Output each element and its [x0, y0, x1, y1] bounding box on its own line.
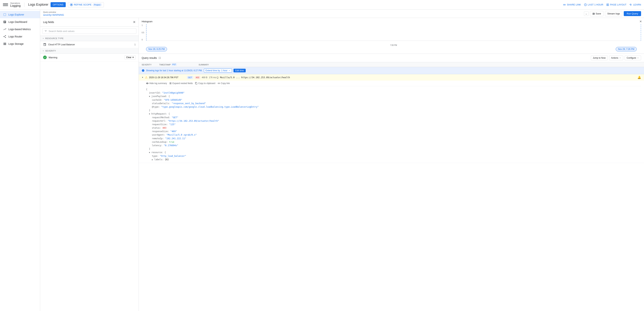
log-detail: Hide log summary Expand nested fields Co… — [139, 81, 644, 163]
header-left: Operations Logging Logs Explorer OPTIONS… — [3, 2, 104, 8]
configure-button[interactable]: Configure — [625, 56, 641, 60]
histogram-close-button[interactable]: ✕ — [640, 20, 642, 23]
json-type: @type: "type.googleapis.com/google.cloud… — [146, 105, 641, 109]
json-http-expand: ▼ httpRequest: { — [146, 112, 641, 116]
log-json: { insertId: "1nxtl48geig5040" ▼ jsonPayl… — [146, 86, 641, 163]
histogram-y-axis: 1 0.5 0 — [142, 24, 145, 41]
clear-button[interactable]: Clear ✕ — [124, 55, 136, 59]
logs-dashboard-icon — [3, 20, 6, 24]
json-resource-type: type: "http_load_balancer" — [146, 154, 641, 158]
sidebar-label-logs-router: Logs Router — [8, 35, 22, 38]
histogram-x-axis: 7:00 PM — [146, 44, 641, 46]
sidebar-item-logs-storage[interactable]: Logs Storage — [0, 40, 40, 48]
range-start-button[interactable]: Nov 29, 6:25 PM — [146, 47, 167, 51]
query-results: Query results Jump to Now Actions — [139, 54, 644, 311]
run-query-button[interactable]: Run Query — [624, 11, 641, 16]
search-bar — [40, 27, 138, 36]
severity-collapse-icon — [42, 50, 44, 52]
warning-severity-icon — [43, 56, 47, 59]
query-preview-label: Query preview — [43, 11, 64, 13]
sidebar-item-logs-dashboard[interactable]: Logs Dashboard — [0, 18, 40, 26]
json-http-close: } — [146, 147, 641, 151]
content-body: Log fields ✕ RESOURCE TYPE — [40, 18, 644, 311]
histogram-bars-area — [146, 24, 641, 41]
log-entry-header[interactable]: ▼ ⚠ 2020-11-29 18:34:28.796 PST GET 403 … — [139, 74, 644, 81]
tz-button[interactable]: PST — [172, 63, 177, 66]
results-title-text: Query results — [142, 57, 157, 59]
search-input-wrap — [42, 28, 136, 34]
hide-log-summary-button[interactable]: Hide log summary — [146, 82, 167, 85]
jump-to-now-button[interactable]: Jump to Now — [591, 56, 608, 60]
panel-header: Log fields ✕ — [40, 18, 138, 27]
options-button[interactable]: OPTIONS — [50, 2, 66, 7]
json-request-size: requestSize: "125" — [146, 123, 641, 126]
warning-icon: ⚠ — [145, 76, 148, 79]
learn-label: LEARN — [633, 3, 641, 6]
sidebar-item-logs-explorer[interactable]: Logs Explorer — [0, 11, 40, 18]
search-input[interactable] — [48, 30, 134, 33]
refine-scope-label: REFINE SCOPE — [74, 3, 92, 6]
severity-label: SEVERITY — [45, 50, 56, 52]
json-payload-expand: ▼ jsonPayload: { — [146, 95, 641, 98]
log-entry: ▼ ⚠ 2020-11-29 18:34:28.796 PST GET 403 … — [139, 74, 644, 163]
app-title: Logging — [10, 4, 21, 8]
app-section: Operations — [10, 2, 21, 4]
expand-button[interactable]: ⌄ — [584, 11, 588, 16]
sidebar-item-logs-based-metrics[interactable]: Logs-based Metrics — [0, 26, 40, 33]
resource-type-item[interactable]: Cloud HTTP Load Balancer 1 — [40, 41, 138, 48]
json-payload-close: } — [146, 109, 641, 112]
json-latency: latency: "0.176694s" — [146, 144, 641, 147]
filter-icon — [44, 30, 47, 33]
histogram-chart: 1 0.5 0 — [142, 24, 641, 46]
col-summary: SUMMARY — [198, 64, 641, 66]
copy-to-clipboard-button[interactable]: Copy to clipboard — [195, 82, 215, 85]
last-1-hour-button[interactable]: LAST 1 HOUR — [584, 3, 603, 6]
save-icon — [592, 13, 595, 15]
results-actions: Jump to Now Actions Configure — [591, 56, 641, 60]
learn-button[interactable]: LEARN — [630, 3, 641, 6]
json-status-details: statusDetails: "response_sent_by_backend… — [146, 102, 641, 105]
json-request-method: requestMethod: "GET" — [146, 116, 641, 119]
results-title: Query results — [142, 57, 161, 59]
json-insert-id: insertId: "1nxtl48geig5040" — [146, 91, 641, 95]
bell-icon[interactable]: 🔔 — [638, 76, 641, 79]
content-area: Query preview severity=WARNING ⌄ Save St… — [40, 10, 644, 311]
copy-link-button[interactable]: Copy link — [218, 82, 230, 85]
entry-expand-arrow[interactable]: ▼ — [142, 76, 144, 78]
log-entries: ▼ ⚠ 2020-11-29 18:34:28.796 PST GET 403 … — [139, 74, 644, 311]
y-label-1: 1 — [142, 24, 145, 26]
expand-nested-icon — [169, 82, 172, 85]
histogram-range: Nov 29, 6:25 PM Nov 29, 7:26 PM — [142, 47, 641, 51]
page-title: Logs Explorer — [28, 3, 48, 7]
edit-time-button[interactable]: Edit time — [234, 69, 246, 72]
log-timestamp: 2020-11-29 18:34:28.796 PST — [149, 76, 186, 79]
info-text: Showing logs for last 1 hour starting at… — [146, 69, 202, 72]
sidebar-item-logs-router[interactable]: Logs Router — [0, 33, 40, 40]
clipboard-icon — [195, 82, 198, 85]
refine-scope-button[interactable]: REFINE SCOPE Project — [68, 2, 104, 7]
x-label-mid: 7:00 PM — [390, 44, 397, 46]
stream-logs-button[interactable]: Stream logs — [605, 11, 622, 16]
range-end-button[interactable]: Nov 29, 7:26 PM — [616, 47, 637, 51]
project-badge: Project — [92, 3, 102, 6]
menu-icon[interactable] — [3, 2, 8, 7]
actions-button[interactable]: Actions — [609, 56, 623, 60]
fullscreen-icon[interactable] — [158, 57, 161, 59]
extend-time-button[interactable]: Extend time by: 1 hour — [204, 69, 232, 73]
panel-close-button[interactable]: ✕ — [133, 20, 136, 24]
log-summary: Mozilla/5.0 ... https://34.102.253.89/ac… — [220, 76, 636, 79]
info-icon — [142, 69, 144, 72]
dashed-line-right — [641, 24, 641, 41]
resource-type-header: RESOURCE TYPE — [40, 36, 138, 41]
json-remote-ip: remoteIp: "192.241.222.11" — [146, 137, 641, 140]
json-resource-labels: ▶ labels: {6} — [146, 158, 641, 161]
field-item-left: Cloud HTTP Load Balancer — [43, 43, 75, 46]
col-timestamp: TIMESTAMP PST — [159, 63, 196, 66]
save-button[interactable]: Save — [590, 11, 604, 16]
page-layout-button[interactable]: PAGE LAYOUT — [606, 3, 626, 6]
save-label: Save — [596, 12, 601, 15]
expand-nested-button[interactable]: Expand nested fields — [169, 82, 193, 85]
clear-x: ✕ — [132, 56, 134, 59]
share-link-button[interactable]: SHARE LINK — [563, 3, 581, 6]
log-duration: 176 ms — [209, 76, 218, 79]
